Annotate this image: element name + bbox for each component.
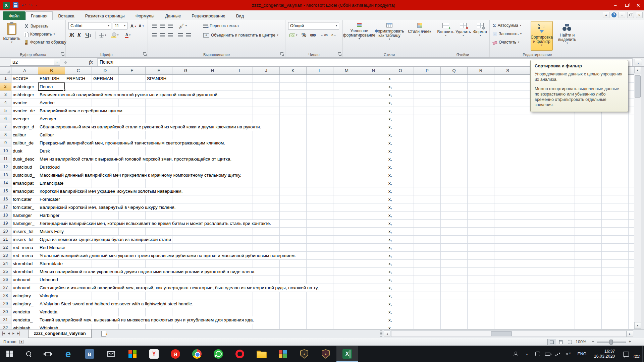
cell-O15[interactable]: x,	[388, 188, 393, 195]
cell-O27[interactable]: x,	[388, 284, 393, 292]
cell-A32[interactable]: whiplash	[13, 324, 31, 329]
horizontal-scrollbar[interactable]	[391, 330, 627, 337]
zoom-slider-thumb[interactable]	[609, 340, 613, 345]
column-header-L[interactable]: L	[307, 67, 333, 74]
page-break-view-button[interactable]	[566, 339, 574, 345]
format-cells-button[interactable]: Формат ▾	[472, 21, 488, 51]
scroll-down-button[interactable]: ▼	[634, 322, 641, 329]
cell-O20[interactable]: x,	[388, 228, 393, 235]
macro-record-button[interactable]	[19, 340, 23, 344]
cell-O25[interactable]: x,	[388, 268, 393, 276]
column-header-K[interactable]: K	[280, 67, 307, 74]
taskbar-app-yandex[interactable]: Я	[165, 346, 186, 362]
column-header-E[interactable]: E	[119, 67, 146, 74]
excel-app-icon[interactable]: X	[3, 2, 10, 9]
first-sheet-button[interactable]: |◂	[2, 331, 5, 336]
cell-B29[interactable]: A Valyrian Steel sword and halberd cross…	[40, 300, 194, 308]
cell-O19[interactable]: x,	[388, 220, 393, 227]
cell-B1[interactable]: ENGLISH	[40, 75, 60, 82]
taskbar-app-edge[interactable]: e	[57, 346, 79, 362]
cell-A7[interactable]: avenger_d	[13, 123, 35, 131]
cell-A11[interactable]: dusk_desc	[13, 156, 35, 163]
cell-O2[interactable]: x,	[388, 83, 393, 90]
taskbar-app-yandex-y[interactable]: Y	[143, 346, 165, 362]
cell-B9[interactable]: Прекрасный валирийский меч, пронизанный …	[40, 139, 226, 147]
clipboard-dialog-launcher[interactable]	[60, 52, 64, 56]
copy-button[interactable]: Копировать ▾	[23, 31, 56, 38]
cell-B16[interactable]: Fornicater	[40, 196, 61, 203]
cell-A3[interactable]: ashbringer	[13, 91, 35, 99]
cell-O16[interactable]: x,	[388, 196, 393, 203]
cell-O32[interactable]: x,	[388, 324, 393, 329]
insert-worksheet-button[interactable]	[101, 331, 107, 337]
row-header-31[interactable]: 31	[0, 316, 11, 324]
cell-O8[interactable]: x,	[388, 131, 393, 139]
format-painter-button[interactable]: Формат по образцу	[23, 39, 67, 46]
cell-O11[interactable]: x,	[388, 156, 393, 163]
name-box-dropdown[interactable]: ▾	[54, 59, 60, 66]
align-center-button[interactable]	[159, 32, 166, 39]
cell-B17[interactable]: Валирийский короткий меч, завернутый в ч…	[40, 204, 176, 211]
row-header-26[interactable]: 26	[0, 276, 11, 284]
workbook-close-button[interactable]: ×	[636, 12, 643, 18]
cell-A29[interactable]: vainglory_	[13, 300, 34, 308]
row-header-21[interactable]: 21	[0, 236, 11, 244]
cell-A31[interactable]: vendetta_	[13, 316, 33, 324]
cell-B28[interactable]: Vainglory	[40, 292, 59, 300]
cell-A18[interactable]: harbinger	[13, 212, 33, 219]
cell-B27[interactable]: Светящийся и изысканный валирийский меч,…	[40, 284, 319, 292]
cell-B22[interactable]: Red Menace	[40, 244, 66, 251]
cell-A21[interactable]: misers_fol	[13, 236, 34, 243]
cell-O24[interactable]: x,	[388, 260, 393, 267]
tray-hidden-icons-button[interactable]: ▴	[523, 346, 531, 362]
font-name-combo[interactable]: Calibri ▾	[68, 22, 111, 29]
cell-A28[interactable]: vainglory	[13, 292, 32, 300]
cell-O12[interactable]: x,	[388, 164, 393, 171]
cell-O3[interactable]: x,	[388, 91, 393, 99]
horizontal-scroll-thumb[interactable]	[491, 331, 512, 336]
cell-B6[interactable]: Avenger	[40, 115, 57, 123]
cell-O6[interactable]: x,	[388, 115, 393, 123]
borders-button[interactable]: ▾	[97, 32, 108, 39]
cell-O7[interactable]: x,	[388, 123, 393, 131]
taskbar-app-explorer[interactable]	[251, 346, 272, 362]
collapse-ribbon-icon[interactable]: ▴	[603, 12, 609, 18]
hscroll-left-button[interactable]: ◂	[384, 330, 390, 337]
cell-A25[interactable]: stormblad	[13, 268, 33, 276]
column-header-G[interactable]: G	[172, 67, 199, 74]
cell-A15[interactable]: emancipat	[13, 188, 34, 195]
cell-O23[interactable]: x,	[388, 252, 393, 259]
spreadsheet-grid[interactable]: 1#CODEENGLISHFRENCHGERMANSPANISHx2ashbri…	[0, 75, 634, 329]
cell-B26[interactable]: Unbound	[40, 276, 59, 284]
row-header-25[interactable]: 25	[0, 268, 11, 276]
cell-B7[interactable]: Сбалансированный меч из валирийской стал…	[40, 123, 262, 131]
insert-cells-button[interactable]: Вставить ▾	[437, 21, 454, 51]
taskbar-app-game-2[interactable]: ♦	[315, 346, 336, 362]
cell-A19[interactable]: harbinger_	[13, 220, 35, 227]
cell-B31[interactable]: Тонкий валирийский меч, вырезанный из мн…	[40, 316, 255, 324]
cell-B5[interactable]: Валирийский меч с серебряным щитом.	[40, 107, 124, 115]
vertical-scrollbar[interactable]: ▲ ▼	[634, 67, 641, 329]
cell-B12[interactable]: Dustcloud	[40, 164, 60, 171]
cell-O4[interactable]: x,	[388, 99, 393, 107]
row-header-30[interactable]: 30	[0, 308, 11, 316]
alignment-dialog-launcher[interactable]	[280, 52, 284, 56]
row-header-15[interactable]: 15	[0, 187, 11, 195]
decrease-indent-button[interactable]	[177, 32, 184, 39]
minimize-button[interactable]: −	[610, 1, 621, 9]
row-header-7[interactable]: 7	[0, 123, 11, 131]
column-header-B[interactable]: B	[38, 67, 65, 74]
cell-B4[interactable]: Avarice	[40, 99, 55, 107]
cell-F1[interactable]: SPANISH	[147, 75, 167, 82]
font-dialog-launcher[interactable]	[143, 52, 147, 56]
column-header-R[interactable]: R	[468, 67, 494, 74]
cell-B21[interactable]: Одна из немногих существующих булав из в…	[40, 236, 172, 243]
workbook-restore-button[interactable]	[627, 12, 634, 18]
tab-formulas[interactable]: Формулы	[130, 11, 160, 20]
row-header-24[interactable]: 24	[0, 260, 11, 268]
format-as-table-button[interactable]: Форматировать как таблицу ▾	[375, 21, 404, 51]
zoom-in-button[interactable]: +	[627, 339, 633, 345]
cell-B25[interactable]: Меч из валирийской стали украшенный двум…	[40, 268, 256, 276]
conditional-formatting-button[interactable]: Условное форматирование ▾	[345, 21, 374, 51]
cell-B19[interactable]: Легендарный валирийский меч, который всп…	[40, 220, 272, 227]
